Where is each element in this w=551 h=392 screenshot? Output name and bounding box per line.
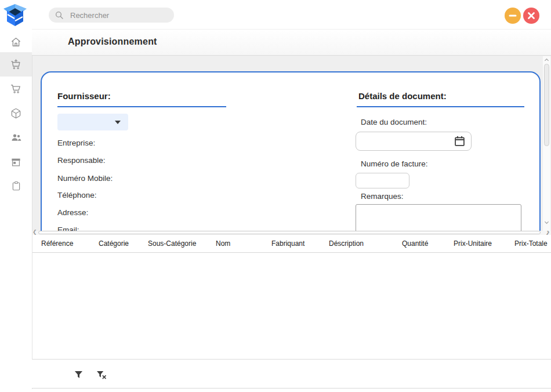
calendar-icon[interactable] bbox=[454, 135, 466, 147]
label-document-date: Date du document: bbox=[361, 118, 427, 126]
sidebar-item-customers[interactable] bbox=[0, 125, 32, 150]
x-icon bbox=[527, 12, 535, 20]
document-date-input[interactable] bbox=[361, 134, 453, 150]
scroll-left-icon[interactable]: ❮ bbox=[32, 229, 37, 235]
sidebar-item-orders[interactable] bbox=[0, 174, 32, 198]
column-header-total-price[interactable]: Prix-Totale bbox=[514, 239, 548, 248]
search-icon bbox=[55, 10, 64, 20]
column-header-manufacturer[interactable]: Fabriquant bbox=[271, 239, 304, 248]
sidebar-item-supply[interactable] bbox=[0, 52, 32, 77]
minus-icon bbox=[509, 12, 517, 20]
open-box-logo-icon bbox=[2, 2, 28, 27]
page-title: Approvisionnement bbox=[68, 37, 157, 47]
vertical-scrollbar-thumb[interactable] bbox=[544, 64, 549, 146]
scroll-down-icon[interactable] bbox=[544, 220, 549, 225]
column-header-description[interactable]: Déscription bbox=[329, 239, 364, 248]
title-band: Approvisionnement bbox=[0, 29, 551, 56]
column-header-category[interactable]: Catégorie bbox=[99, 239, 129, 248]
document-section-title: Détails de document: bbox=[358, 91, 447, 101]
app-logo bbox=[2, 2, 28, 27]
sidebar bbox=[0, 29, 32, 392]
minimize-button[interactable] bbox=[505, 8, 521, 24]
document-date-picker[interactable] bbox=[356, 132, 472, 151]
label-address: Adresse: bbox=[57, 208, 88, 217]
funnel-icon bbox=[74, 371, 83, 379]
vertical-scrollbar[interactable] bbox=[543, 56, 550, 231]
column-header-unit-price[interactable]: Prix-Unitaire bbox=[454, 239, 492, 248]
column-header-name[interactable]: Nom bbox=[216, 239, 230, 248]
sidebar-item-store[interactable] bbox=[0, 150, 32, 174]
column-header-reference[interactable]: Référence bbox=[41, 239, 73, 248]
label-remarks: Remarques: bbox=[361, 192, 404, 201]
label-manager: Responsable: bbox=[57, 156, 106, 165]
sidebar-item-purchases[interactable] bbox=[0, 77, 32, 101]
store-icon bbox=[10, 157, 21, 168]
package-icon bbox=[10, 108, 21, 119]
label-invoice-number: Numéro de facture: bbox=[361, 159, 428, 168]
sidebar-item-products[interactable] bbox=[0, 101, 32, 125]
search-input[interactable] bbox=[69, 10, 158, 20]
cart-plus-icon bbox=[10, 59, 21, 70]
chevron-down-icon bbox=[115, 121, 121, 124]
funnel-x-icon bbox=[96, 371, 107, 379]
form-scroll-area: Fournisseur: Entreprise: Responsable: Nu… bbox=[32, 56, 551, 231]
filter-bar bbox=[32, 359, 551, 389]
horizontal-scrollbar[interactable]: ❮ ❯ bbox=[32, 231, 551, 235]
top-bar bbox=[0, 0, 551, 29]
sidebar-item-home[interactable] bbox=[0, 30, 32, 54]
users-icon bbox=[10, 132, 22, 143]
document-title-underline bbox=[357, 106, 524, 107]
cart-icon bbox=[10, 84, 21, 95]
label-email: Email: bbox=[57, 226, 79, 231]
column-header-quantity[interactable]: Quantité bbox=[402, 239, 428, 248]
clipboard-icon bbox=[11, 181, 21, 191]
supplier-title-underline bbox=[57, 106, 226, 107]
remarks-textarea[interactable] bbox=[356, 204, 521, 231]
document-form-panel: Fournisseur: Entreprise: Responsable: Nu… bbox=[41, 71, 541, 231]
filter-button[interactable] bbox=[71, 368, 85, 382]
supplier-section-title: Fournisseur: bbox=[57, 91, 111, 101]
label-mobile: Numéro Mobile: bbox=[57, 174, 113, 183]
invoice-number-input[interactable] bbox=[356, 173, 409, 188]
column-header-subcategory[interactable]: Sous-Catégorie bbox=[148, 239, 196, 248]
scroll-up-icon[interactable] bbox=[544, 57, 549, 63]
home-icon bbox=[10, 37, 21, 48]
label-phone: Téléphone: bbox=[57, 191, 97, 199]
horizontal-scrollbar-thumb[interactable] bbox=[38, 231, 541, 234]
label-company: Entreprise: bbox=[57, 139, 95, 147]
items-table-body[interactable] bbox=[32, 253, 551, 358]
search-bar[interactable] bbox=[49, 8, 174, 23]
items-table-header: Référence Catégorie Sous-Catégorie Nom F… bbox=[32, 235, 551, 253]
app-window: Approvisionnement bbox=[0, 0, 551, 392]
close-button[interactable] bbox=[523, 8, 539, 24]
clear-filter-button[interactable] bbox=[95, 368, 108, 382]
supplier-dropdown[interactable] bbox=[57, 114, 128, 130]
